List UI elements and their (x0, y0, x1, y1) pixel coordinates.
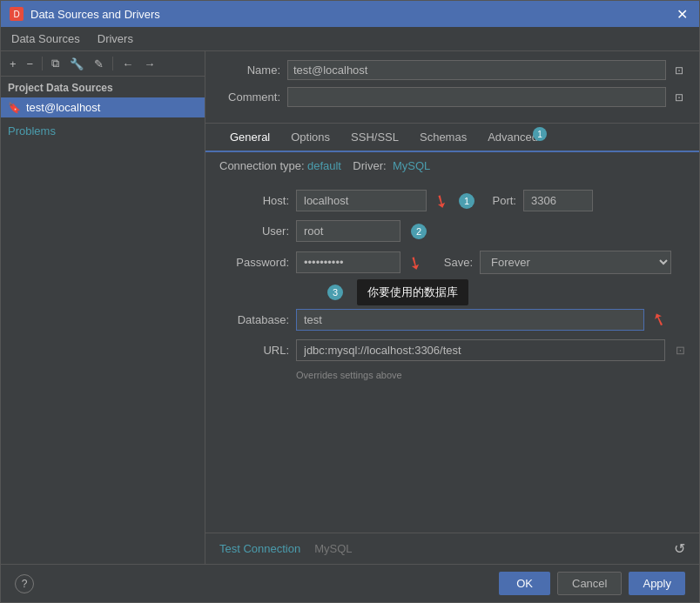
comment-label: Comment: (219, 90, 280, 104)
arrow-2: ➘ (403, 250, 427, 275)
help-button[interactable]: ? (15, 574, 34, 593)
bottom-left: Test Connection MySQL (219, 542, 353, 555)
bottom-bar: Test Connection MySQL ↺ (205, 533, 699, 564)
port-input[interactable] (523, 190, 593, 211)
name-input[interactable] (287, 60, 666, 80)
url-input[interactable] (296, 339, 665, 361)
problems-link[interactable]: Problems (1, 117, 205, 144)
save-select[interactable]: Forever (480, 251, 671, 274)
back-button[interactable]: ← (118, 56, 137, 72)
toolbar-separator (42, 57, 43, 70)
remove-button[interactable]: − (24, 56, 37, 72)
tab-ssh-ssl[interactable]: SSH/SSL (340, 124, 409, 151)
menu-data-sources[interactable]: Data Sources (8, 30, 84, 47)
comment-expand-button[interactable]: ⊡ (673, 90, 685, 105)
title-bar: D Data Sources and Drivers ✕ (1, 1, 699, 27)
menu-bar: Data Sources Drivers (1, 27, 699, 51)
badge-3: 3 (327, 285, 343, 300)
badge-1: 1 (459, 193, 475, 209)
password-input[interactable] (296, 251, 400, 273)
user-label: User: (219, 224, 289, 238)
name-label: Name: (219, 64, 280, 77)
footer-right: OK Cancel Apply (499, 572, 685, 595)
cancel-button[interactable]: Cancel (557, 572, 622, 595)
name-row: Name: ⊡ (219, 60, 685, 80)
app-icon: D (10, 7, 24, 21)
database-input[interactable] (296, 309, 644, 331)
badge-2: 2 (411, 224, 427, 239)
driver-label: Driver: (353, 159, 386, 172)
port-label: Port: (481, 194, 516, 207)
content-area: Name: ⊡ Comment: ⊡ General Options (205, 51, 699, 564)
tabs-bar: General Options SSH/SSL Schemas Advanced… (205, 124, 699, 152)
main-dialog: D Data Sources and Drivers ✕ Data Source… (0, 0, 700, 603)
db-icon: 🔖 (8, 102, 21, 114)
arrow-3: ➘ (648, 307, 669, 332)
connection-info: Connection type: default Driver: MySQL (205, 152, 699, 179)
apply-button[interactable]: Apply (629, 572, 685, 595)
sidebar: + − ⧉ 🔧 ✎ ← → Project Data Sources 🔖 tes… (1, 51, 205, 564)
main-form: Host: ➘ 1 Port: User: 2 Password: (205, 179, 699, 533)
section-label: Project Data Sources (1, 77, 205, 97)
comment-row: Comment: ⊡ (219, 87, 685, 107)
edit-button[interactable]: ✎ (91, 56, 107, 72)
dialog-title: Data Sources and Drivers (30, 8, 160, 21)
url-expand[interactable]: ⊡ (676, 344, 685, 357)
connection-type-label: Connection type: (219, 159, 305, 172)
tooltip-box: 你要使用的数据库 (357, 279, 468, 305)
refresh-button[interactable]: ↺ (674, 540, 685, 557)
menu-drivers[interactable]: Drivers (94, 30, 137, 47)
tab-general[interactable]: General (219, 124, 280, 152)
overrides-text: Overrides settings above (296, 370, 685, 380)
tab-advanced[interactable]: Advanced 1 (477, 124, 549, 151)
url-label: URL: (219, 344, 289, 357)
arrow-1: ➘ (429, 188, 453, 213)
user-input[interactable] (296, 220, 400, 242)
add-button[interactable]: + (6, 56, 20, 72)
host-label: Host: (219, 194, 289, 207)
driver-link[interactable]: MySQL (393, 159, 430, 172)
main-area: + − ⧉ 🔧 ✎ ← → Project Data Sources 🔖 tes… (1, 51, 699, 564)
save-label: Save: (429, 256, 473, 269)
copy-button[interactable]: ⧉ (48, 55, 63, 72)
form-top: Name: ⊡ Comment: ⊡ (205, 51, 699, 124)
connection-type-link[interactable]: default (307, 159, 341, 172)
expand-button[interactable]: ⊡ (673, 63, 685, 78)
dialog-footer: ? OK Cancel Apply (1, 564, 699, 602)
wrench-button[interactable]: 🔧 (66, 56, 87, 72)
tooltip-row: 3 你要使用的数据库 (324, 279, 685, 305)
tab-schemas[interactable]: Schemas (409, 124, 477, 151)
mysql-label: MySQL (314, 542, 352, 555)
host-input[interactable] (296, 190, 427, 211)
sidebar-item-test-localhost[interactable]: 🔖 test@localhost (1, 97, 205, 117)
password-row: Password: ➘ Save: Forever (219, 251, 685, 274)
database-label: Database: (219, 313, 289, 326)
toolbar-separator-2 (112, 57, 113, 70)
host-port-row: Host: ➘ 1 Port: (219, 190, 685, 211)
password-label: Password: (219, 256, 289, 269)
sidebar-toolbar: + − ⧉ 🔧 ✎ ← → (1, 51, 205, 77)
database-row: Database: ➘ (219, 309, 685, 331)
test-connection-button[interactable]: Test Connection (219, 542, 300, 555)
ok-button[interactable]: OK (499, 572, 550, 595)
forward-button[interactable]: → (140, 56, 158, 72)
url-row: URL: ⊡ (219, 339, 685, 361)
user-row: User: 2 (219, 220, 685, 242)
comment-input[interactable] (287, 87, 666, 107)
sidebar-item-label: test@localhost (26, 101, 100, 114)
close-button[interactable]: ✕ (673, 5, 690, 23)
tab-options[interactable]: Options (280, 124, 340, 151)
advanced-badge: 1 (533, 127, 547, 141)
title-bar-left: D Data Sources and Drivers (10, 7, 160, 21)
